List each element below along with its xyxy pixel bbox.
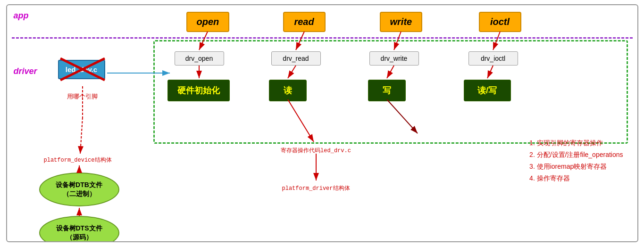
purple-divider-line (12, 37, 633, 39)
note-1: 1. 实现引脚的寄存器操作 (529, 137, 623, 149)
read-op-box: 读 (269, 80, 307, 101)
drv-open-box: drv_open (175, 51, 224, 66)
driver-label: driver (14, 66, 37, 76)
dtb-label: 设备树DTB文件（二进制） (56, 180, 102, 197)
which-pin-label: 用哪个引脚 (50, 92, 116, 101)
open-button[interactable]: open (186, 12, 230, 32)
write-button[interactable]: write (380, 12, 423, 32)
hw-init-box: 硬件初始化 (167, 80, 230, 101)
dts-ellipse: 设备树DTS文件（源码） (39, 216, 119, 242)
svg-line-15 (80, 117, 83, 154)
platform-device-label: platform_device结构体 (31, 156, 125, 164)
rw-op-box: 读/写 (464, 80, 511, 101)
diagram-container: app driver open read write ioctl drv_ope… (6, 4, 638, 242)
reg-code-label: 寄存器操作代码led_drv.c (262, 147, 370, 155)
app-label: app (14, 11, 29, 21)
write-op-box: 写 (368, 80, 406, 101)
led-dev-box: led_dev.c (58, 60, 105, 79)
drv-ioctl-box: drv_ioctl (468, 51, 518, 66)
notes-section: 1. 实现引脚的寄存器操作 2. 分配/设置/注册file_operations… (529, 137, 623, 185)
dtb-ellipse: 设备树DTB文件（二进制） (39, 172, 119, 206)
ioctl-button[interactable]: ioctl (479, 12, 521, 32)
note-4: 4. 操作寄存器 (529, 172, 623, 184)
read-button[interactable]: read (283, 12, 326, 32)
drv-write-box: drv_write (369, 51, 419, 66)
drv-read-box: drv_read (271, 51, 321, 66)
platform-driver-label: platform_driver结构体 (262, 184, 370, 192)
note-2: 2. 分配/设置/注册file_operations (529, 149, 623, 161)
note-3: 3. 使用ioremap映射寄存器 (529, 161, 623, 172)
dts-label: 设备树DTS文件（源码） (56, 224, 102, 241)
